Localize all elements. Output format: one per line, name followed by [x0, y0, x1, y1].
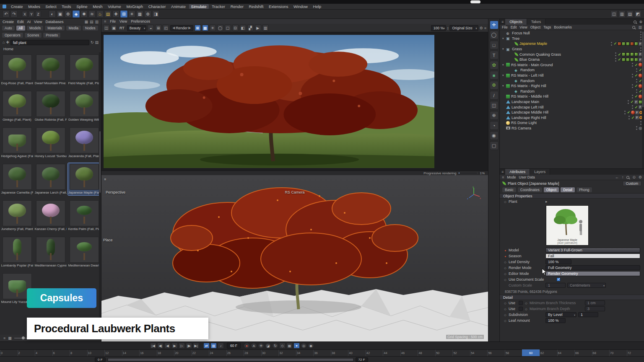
menu-item[interactable]: Window — [291, 4, 310, 9]
attr-tab-chip[interactable]: Object — [543, 187, 560, 193]
next-render-icon[interactable]: ▶ — [188, 26, 191, 30]
plant-asset-icon[interactable]: ✿ — [490, 61, 499, 70]
zoom-value-field[interactable]: 100 % — [431, 25, 446, 31]
home-icon[interactable]: ⌂ — [3, 40, 5, 44]
frame-tick[interactable]: 26 — [226, 350, 244, 356]
object-tag-icon[interactable] — [630, 52, 634, 56]
key-icon[interactable] — [504, 307, 507, 311]
frame-tick[interactable]: 24 — [209, 350, 226, 356]
back-icon[interactable]: ← — [615, 175, 619, 179]
use-checkbox[interactable] — [519, 307, 523, 311]
object-tag-icon[interactable] — [618, 58, 621, 62]
next-key-icon[interactable]: |▶ — [186, 343, 192, 349]
key-position-icon[interactable]: ✛ — [258, 343, 264, 349]
menu-item[interactable]: Help — [311, 4, 324, 9]
panel-tab[interactable]: Attributes — [505, 169, 530, 175]
object-tag-icon[interactable] — [627, 100, 630, 104]
object-label[interactable]: RS Dome Light — [511, 121, 537, 125]
object-row[interactable]: Random — [500, 67, 644, 73]
key-pla-icon[interactable]: ▦ — [286, 343, 293, 349]
use-doc-scale-checkbox[interactable] — [556, 277, 561, 282]
frame-tick[interactable]: 10 — [87, 350, 105, 356]
thumb-view-icon[interactable]: ▦ — [84, 20, 88, 24]
object-tag-icon[interactable] — [618, 52, 621, 56]
render-view-icon[interactable]: ◐ — [49, 10, 56, 18]
sound-icon[interactable]: ♪ — [218, 343, 224, 349]
frame-tick[interactable]: 48 — [418, 350, 435, 356]
object-label[interactable]: Landscape Left Hill — [512, 105, 544, 109]
menu-item[interactable]: Create — [9, 4, 25, 9]
object-row[interactable]: Random — [500, 78, 644, 83]
expand-caret-icon[interactable] — [502, 63, 506, 67]
prev-key-icon[interactable]: ◀| — [157, 343, 164, 349]
frame-tick[interactable]: 42 — [366, 350, 383, 356]
object-row[interactable]: Blue Grama — [500, 57, 644, 62]
object-label[interactable]: Focus Null — [512, 31, 530, 35]
place-tool-label[interactable]: Place — [103, 238, 113, 242]
menu-item[interactable]: Mesh — [91, 4, 104, 9]
volume-builder-icon[interactable]: ■ — [490, 71, 499, 80]
perspective-viewport[interactable]: ≡ Perspective RS Camera Place Grid Spaci… — [101, 175, 488, 341]
info-view-icon[interactable]: ▥ — [95, 20, 99, 24]
picture-viewer-icon[interactable]: ▥ — [618, 10, 626, 18]
jump-end-icon[interactable]: ▶| — [193, 343, 199, 349]
frame-tick[interactable]: 68 — [592, 350, 610, 356]
frame-tick[interactable]: 44 — [383, 350, 400, 356]
frame-tick[interactable]: 14 — [122, 350, 140, 356]
prev-frame-icon[interactable]: ◀ — [164, 343, 171, 349]
object-tag-icon[interactable] — [634, 58, 638, 62]
asset-item[interactable]: Juneberry (Fall, Plant) — [1, 199, 34, 232]
subdivision-value[interactable]: 1 — [578, 312, 598, 317]
axis-tool-icon[interactable]: ⊕ — [490, 111, 499, 120]
render-nav[interactable]: ◀ Render ▶ — [170, 25, 193, 31]
subfilter-chip[interactable]: Presets — [43, 32, 61, 38]
object-tag-icon[interactable] — [635, 116, 639, 119]
fit-view-icon[interactable]: ⊡ — [232, 25, 239, 31]
object-row[interactable]: RS Camera — [500, 126, 644, 131]
menu-item[interactable]: Extensions — [267, 4, 290, 9]
object-tag-icon[interactable] — [626, 58, 630, 62]
object-manager-scrollbar[interactable] — [642, 31, 644, 168]
frame-tick[interactable]: 32 — [278, 350, 296, 356]
ab-split-icon[interactable]: ◧ — [240, 25, 246, 31]
frame-tick[interactable]: 38 — [331, 350, 348, 356]
object-tag-icon[interactable] — [636, 126, 638, 130]
current-frame-field[interactable]: 60 F — [227, 343, 241, 349]
object-tag-icon[interactable] — [634, 84, 638, 88]
frame-tick[interactable]: 28 — [244, 350, 261, 356]
attr-burger-icon[interactable]: ≡ — [500, 170, 505, 174]
asset-item[interactable]: Field Maple (Fall, Plant) — [68, 54, 101, 86]
mode-burger-icon[interactable]: ≡ — [502, 175, 504, 179]
object-tag-icon[interactable] — [615, 52, 617, 56]
menu-item[interactable]: Simulate — [189, 4, 209, 9]
section-detail[interactable]: Detail — [500, 295, 644, 300]
asset-item[interactable]: Japanese Maple (Fall, ... — [68, 163, 101, 195]
grid-snap-icon[interactable]: ⊞ — [120, 10, 127, 18]
frame-tick[interactable]: 34 — [296, 350, 314, 356]
object-tag-icon[interactable] — [626, 42, 630, 46]
key-icon[interactable] — [504, 277, 507, 282]
key-param-icon[interactable]: ◇ — [279, 343, 286, 349]
object-row[interactable]: RS Dome Light — [500, 120, 644, 126]
key-scale-icon[interactable]: ◪ — [265, 343, 271, 349]
leaf-amount-value[interactable]: 100 % — [545, 318, 566, 323]
om-burger-icon[interactable]: ≡ — [500, 20, 505, 24]
object-tag-icon[interactable] — [634, 74, 638, 78]
panel-burger-icon[interactable]: ≡ — [104, 19, 106, 23]
cloth-icon[interactable]: ▤ — [104, 10, 112, 18]
frame-ruler[interactable]: 0246810121416182022242628303234363840424… — [0, 349, 644, 356]
pixel-grid-icon[interactable]: ▦ — [202, 25, 208, 31]
detail-value[interactable]: 1 cm — [585, 300, 605, 305]
menu-item[interactable]: Modes — [26, 4, 42, 9]
key-icon[interactable] — [504, 254, 507, 258]
filter-chip[interactable]: Nodes — [82, 25, 99, 31]
object-label[interactable]: RS Matrix - Left Hill — [511, 73, 544, 78]
sort-icon[interactable]: ≡ — [3, 336, 5, 340]
add-icon[interactable]: ✚ — [6, 40, 9, 44]
frame-tick[interactable]: 64 — [557, 350, 575, 356]
object-tag-icon[interactable] — [630, 58, 634, 62]
key-icon[interactable] — [504, 260, 507, 264]
asset-item[interactable]: Lombardy Poplar (Fall... — [1, 236, 34, 268]
preview-range-icon[interactable]: ▥ — [210, 343, 217, 349]
pin-icon[interactable]: ⊕ — [639, 20, 642, 24]
